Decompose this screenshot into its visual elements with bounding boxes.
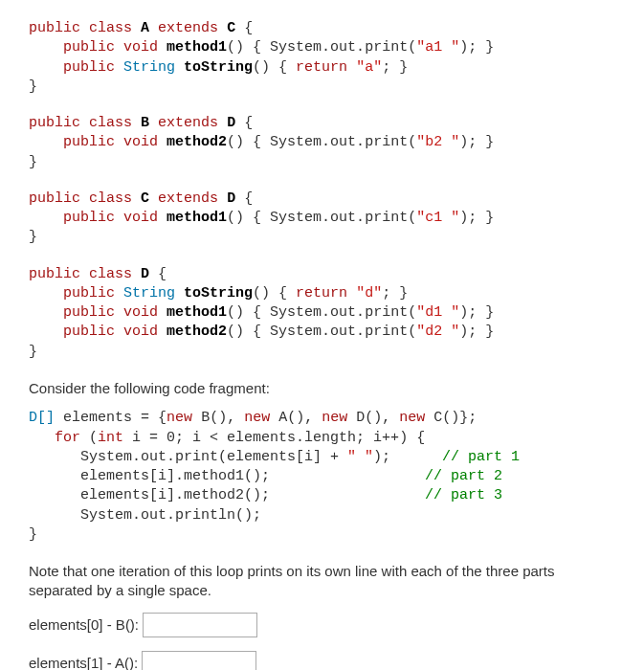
question-label-0: elements[0] - B(): [29, 616, 139, 633]
prose-note: Note that one iteration of this loop pri… [29, 562, 615, 599]
code-class-c: public class C extends D { public void m… [29, 190, 615, 248]
code-fragment: D[] elements = {new B(), new A(), new D(… [29, 409, 615, 545]
prose-consider: Consider the following code fragment: [29, 379, 615, 398]
question-label-1: elements[1] - A(): [29, 655, 138, 670]
question-row-1: elements[1] - A(): [29, 651, 615, 670]
question-row-0: elements[0] - B(): [29, 613, 615, 637]
code-class-d: public class D { public String toString(… [29, 265, 615, 362]
answer-input-1[interactable] [142, 651, 256, 670]
code-class-a: public class A extends C { public void m… [29, 19, 615, 97]
answer-input-0[interactable] [143, 613, 257, 637]
code-class-b: public class B extends D { public void m… [29, 114, 615, 172]
